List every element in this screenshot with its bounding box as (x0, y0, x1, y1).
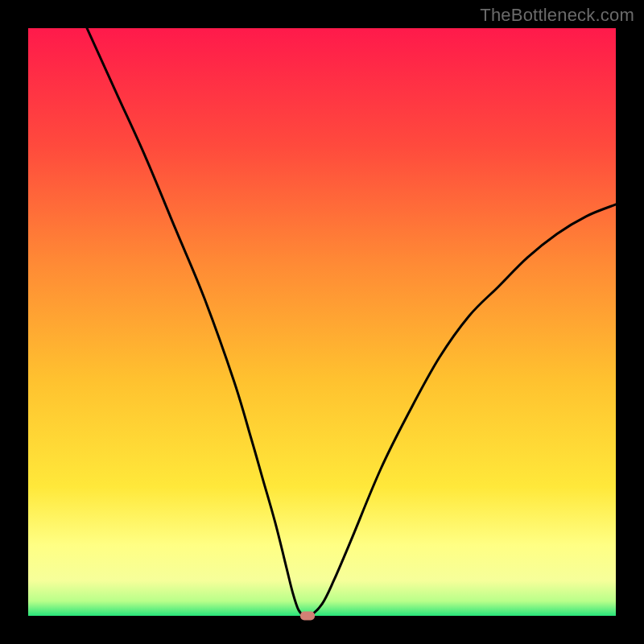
chart-frame: TheBottleneck.com (0, 0, 644, 644)
optimum-marker (300, 612, 315, 621)
watermark-text: TheBottleneck.com (480, 5, 634, 26)
bottleneck-curve (28, 28, 616, 616)
plot-area (28, 28, 616, 616)
